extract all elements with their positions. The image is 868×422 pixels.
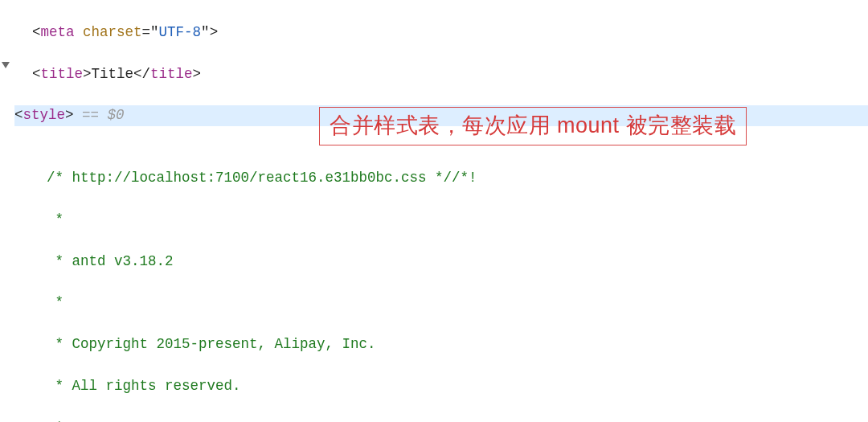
expand-toggle[interactable]: [0, 55, 11, 76]
code-view[interactable]: <meta charset="UTF-8"> <title>Title</tit…: [14, 0, 868, 422]
annotation-callout: 合并样式表，每次应用 mount 被完整装载: [319, 107, 747, 145]
annotation-text: 合并样式表，每次应用 mount 被完整装载: [330, 113, 736, 137]
dom-line-title: <title>Title</title>: [14, 64, 868, 85]
dom-line-meta: <meta charset="UTF-8">: [14, 23, 868, 43]
chevron-down-icon: [2, 62, 10, 68]
css-comment: /* http://localhost:7100/react16.e31bb0b…: [47, 170, 477, 186]
css-block: /* http://localhost:7100/react16.e31bb0b…: [14, 147, 868, 422]
